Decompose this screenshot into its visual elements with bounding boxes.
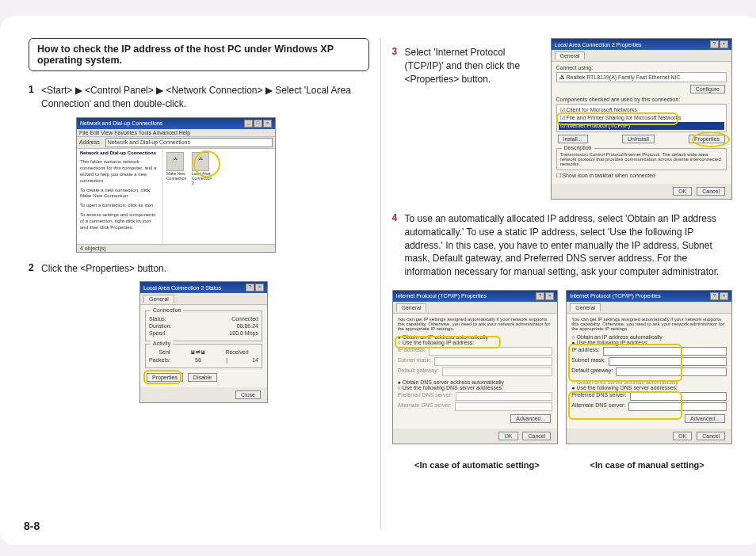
local-area-connection-icon: 🖧Local Area Connection 2 (192, 152, 212, 185)
step-text: <Start> ▶ <Control Panel> ▶ <Network Con… (41, 84, 369, 111)
ip-input (603, 347, 727, 356)
radio-obtain-auto: Obtain an IP address automatically (398, 334, 553, 340)
activity-group: Activity Sent🖥⇄🖥Received Packets:58|14 (145, 344, 262, 368)
radio-use-following: Use the following IP address: (571, 340, 727, 345)
step-number: 1 (29, 84, 41, 111)
screenshot-connection-status: Local Area Connection 2 Status ?× Genera… (139, 281, 268, 403)
maximize-icon: □ (254, 120, 262, 128)
ok-button: OK (498, 432, 517, 440)
tab-general: General (143, 295, 174, 303)
properties-button: Properties (689, 135, 725, 143)
section-heading: How to check the IP address of the host … (29, 38, 369, 71)
disable-button: Disable (188, 373, 217, 382)
step-number: 3 (392, 46, 405, 193)
cancel-button: Cancel (697, 187, 725, 196)
explorer-content: 🖧Make New Connection 🖧Local Area Connect… (163, 149, 275, 244)
address-label: Address (79, 139, 100, 145)
help-icon: ? (710, 40, 719, 48)
step-text: Click the <Properties> button. (41, 262, 369, 276)
dual-screenshot-row: Internet Protocol (TCP/IP) Properties?× … (392, 285, 733, 454)
radio-obtain-auto: Obtain an IP address automatically (571, 334, 727, 340)
right-column: 3 Select 'Internet Protocol (TCP/IP)' an… (388, 38, 738, 529)
sidebar-heading: Network and Dial-up Connections (80, 150, 159, 157)
radio-dns-auto: Obtain DNS server address automatically (398, 379, 553, 385)
close-icon: × (255, 284, 264, 291)
window-title: Internet Protocol (TCP/IP) Properties (396, 293, 487, 299)
step-text: To use an automatically allocated IP add… (405, 212, 733, 279)
step-3: 3 Select 'Internet Protocol (TCP/IP)' an… (392, 46, 543, 193)
make-new-connection-icon: 🖧Make New Connection (166, 152, 187, 185)
caption-row: <In case of automatic setting> <In case … (392, 460, 733, 470)
list-item: File and Printer Sharing for Microsoft N… (559, 114, 725, 122)
tab-general: General (555, 51, 586, 59)
description-group: Description Transmission Control Protoco… (556, 148, 727, 170)
install-button: Install... (558, 135, 588, 143)
window-titlebar: Local Area Connection 2 Properties ?× (552, 39, 732, 50)
window-title: Local Area Connection 2 Properties (555, 42, 642, 48)
window-titlebar: Local Area Connection 2 Status ?× (140, 282, 267, 293)
caption-auto: <In case of automatic setting> (392, 460, 563, 470)
screenshot-network-connections: Network and Dial-up Connections _□× File… (76, 117, 276, 253)
window-title: Network and Dial-up Connections (80, 120, 162, 126)
properties-button: Properties (147, 373, 183, 382)
activity-icon: 🖥⇄🖥 (190, 349, 206, 356)
radio-use-following: Use the following IP address: (398, 340, 553, 345)
ok-button: OK (673, 432, 692, 440)
list-item-selected: Internet Protocol (TCP/IP) (559, 122, 725, 130)
mask-input (609, 357, 727, 366)
status-bar: 4 object(s) (77, 244, 275, 252)
address-input: Network and Dial-up Connections (105, 138, 273, 147)
document-page: How to check the IP address of the host … (0, 16, 756, 545)
window-titlebar: Network and Dial-up Connections _□× (77, 118, 275, 129)
step-number: 4 (392, 212, 405, 279)
gateway-input (616, 367, 727, 376)
screenshot-tcpip-manual: Internet Protocol (TCP/IP) Properties?× … (566, 290, 732, 444)
connection-group: Connection Status:Connected Duration:00:… (145, 310, 262, 341)
radio-dns-auto: Obtain DNS server address automatically (571, 379, 727, 385)
address-bar: Address Network and Dial-up Connections (77, 137, 275, 149)
advanced-button: Advanced... (685, 414, 725, 423)
dns1-input (630, 392, 727, 401)
page-number: 8-8 (24, 520, 40, 532)
minimize-icon: _ (244, 120, 253, 128)
list-item: Client for Microsoft Networks (559, 106, 725, 114)
configure-button: Configure (690, 85, 725, 93)
close-button: Close (235, 390, 261, 399)
help-icon: ? (536, 292, 544, 300)
help-icon: ? (710, 292, 719, 300)
step-1: 1 <Start> ▶ <Control Panel> ▶ <Network C… (29, 84, 369, 111)
advanced-button: Advanced... (510, 414, 551, 423)
step-number: 2 (29, 262, 41, 276)
menu-bar: File Edit View Favorites Tools Advanced … (77, 129, 275, 137)
explorer-sidebar: Network and Dial-up Connections This fol… (77, 149, 163, 244)
cancel-button: Cancel (697, 432, 725, 440)
window-buttons: _□× (244, 120, 272, 128)
window-title: Internet Protocol (TCP/IP) Properties (570, 293, 660, 299)
caption-manual: <In case of manual setting> (562, 460, 732, 470)
dns2-input (628, 402, 727, 411)
components-list: Client for Microsoft Networks File and P… (556, 104, 727, 132)
step-2: 2 Click the <Properties> button. (29, 262, 369, 276)
step-text: Select 'Internet Protocol (TCP/IP)' and … (405, 46, 543, 193)
left-column: How to check the IP address of the host … (24, 38, 374, 529)
cancel-button: Cancel (522, 432, 551, 440)
tab-general: General (396, 303, 427, 311)
close-icon: × (263, 120, 272, 128)
window-title: Local Area Connection 2 Status (143, 285, 221, 291)
close-icon: × (720, 292, 728, 300)
close-icon: × (720, 40, 728, 48)
tab-general: General (570, 303, 601, 311)
radio-dns-following: Use the following DNS server addresses: (571, 385, 727, 390)
close-icon: × (545, 292, 554, 300)
radio-dns-following: Use the following DNS server addresses: (398, 385, 553, 390)
column-divider (380, 38, 381, 529)
screenshot-connection-properties: Local Area Connection 2 Properties ?× Ge… (551, 38, 733, 200)
uninstall-button: Uninstall (622, 135, 655, 143)
nic-field: 🖧 Realtek RTL8139(A) Family Fast Etherne… (556, 72, 727, 82)
screenshot-tcpip-auto: Internet Protocol (TCP/IP) Properties?× … (392, 290, 559, 444)
ok-button: OK (673, 187, 692, 196)
step-4: 4 To use an automatically allocated IP a… (392, 212, 733, 279)
help-icon: ? (246, 284, 254, 291)
